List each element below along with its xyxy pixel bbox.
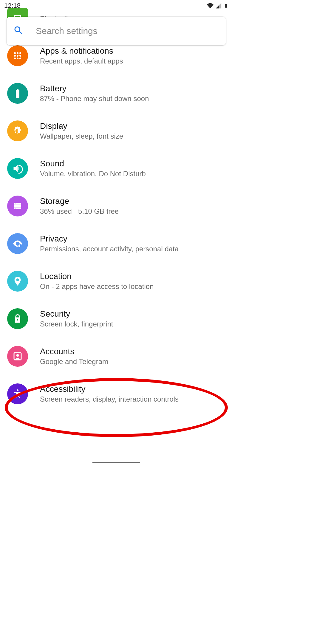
volume-icon [7, 158, 28, 179]
item-subtitle: Screen lock, fingerprint [40, 320, 225, 328]
item-subtitle: 36% used - 5.10 GB free [40, 207, 225, 216]
settings-list[interactable]: Bluetooth Apps & notifications Recent ap… [0, 11, 233, 465]
item-subtitle: Wallpaper, sleep, font size [40, 132, 225, 140]
item-text: Battery 87% - Phone may shut down soon [40, 84, 225, 103]
item-title: Sound [40, 159, 225, 168]
svg-point-18 [17, 389, 18, 391]
svg-point-13 [15, 206, 16, 206]
item-subtitle: Volume, vibration, Do Not Disturb [40, 170, 225, 178]
svg-point-5 [19, 55, 21, 57]
settings-item-accounts[interactable]: Accounts Google and Telegram [0, 338, 233, 375]
storage-icon [7, 196, 28, 216]
svg-point-3 [14, 55, 16, 57]
item-subtitle: Screen readers, display, interaction con… [40, 395, 225, 403]
svg-point-17 [16, 354, 19, 357]
svg-point-8 [19, 58, 21, 59]
item-subtitle: 87% - Phone may shut down soon [40, 95, 225, 103]
location-icon [7, 271, 28, 292]
item-title: Accessibility [40, 384, 225, 394]
nav-handle[interactable] [92, 462, 140, 463]
privacy-icon [7, 233, 28, 254]
item-title: Battery [40, 84, 225, 93]
svg-point-6 [14, 58, 16, 59]
settings-item-accessibility[interactable]: Accessibility Screen readers, display, i… [0, 375, 233, 413]
settings-item-location[interactable]: Location On - 2 apps have access to loca… [0, 262, 233, 300]
svg-point-12 [15, 203, 16, 204]
battery-item-icon [7, 83, 28, 104]
svg-point-1 [17, 52, 18, 54]
item-subtitle: Google and Telegram [40, 357, 225, 366]
accessibility-icon [7, 383, 28, 404]
settings-item-battery[interactable]: Battery 87% - Phone may shut down soon [0, 75, 233, 112]
apps-icon [7, 45, 28, 66]
settings-item-display[interactable]: Display Wallpaper, sleep, font size [0, 112, 233, 150]
item-title: Display [40, 121, 225, 131]
svg-point-7 [17, 58, 18, 59]
account-icon [7, 346, 28, 367]
item-text: Storage 36% used - 5.10 GB free [40, 196, 225, 216]
svg-point-14 [15, 208, 16, 208]
item-title: Apps & notifications [40, 46, 225, 56]
search-input[interactable] [36, 26, 219, 36]
item-title: Storage [40, 196, 225, 206]
item-text: Sound Volume, vibration, Do Not Disturb [40, 159, 225, 178]
item-text: Display Wallpaper, sleep, font size [40, 121, 225, 140]
item-text: Accounts Google and Telegram [40, 347, 225, 366]
svg-point-0 [14, 52, 16, 54]
settings-item-security[interactable]: Security Screen lock, fingerprint [0, 300, 233, 338]
search-bar[interactable] [7, 17, 226, 45]
item-text: Apps & notifications Recent apps, defaul… [40, 46, 225, 65]
svg-point-2 [19, 52, 21, 54]
item-text: Privacy Permissions, account activity, p… [40, 234, 225, 253]
brightness-icon [7, 120, 28, 141]
item-subtitle: Recent apps, default apps [40, 57, 225, 65]
item-title: Security [40, 309, 225, 319]
item-title: Accounts [40, 347, 225, 356]
item-subtitle: On - 2 apps have access to location [40, 282, 225, 291]
settings-item-sound[interactable]: Sound Volume, vibration, Do Not Disturb [0, 150, 233, 187]
item-title: Location [40, 272, 225, 281]
item-text: Accessibility Screen readers, display, i… [40, 384, 225, 403]
search-icon [13, 25, 24, 37]
item-text: Location On - 2 apps have access to loca… [40, 272, 225, 291]
item-text: Security Screen lock, fingerprint [40, 309, 225, 328]
settings-item-privacy[interactable]: Privacy Permissions, account activity, p… [0, 225, 233, 262]
settings-item-storage[interactable]: Storage 36% used - 5.10 GB free [0, 187, 233, 225]
item-subtitle: Permissions, account activity, personal … [40, 245, 225, 253]
item-title: Privacy [40, 234, 225, 244]
lock-icon [7, 308, 28, 329]
svg-point-4 [17, 55, 18, 57]
